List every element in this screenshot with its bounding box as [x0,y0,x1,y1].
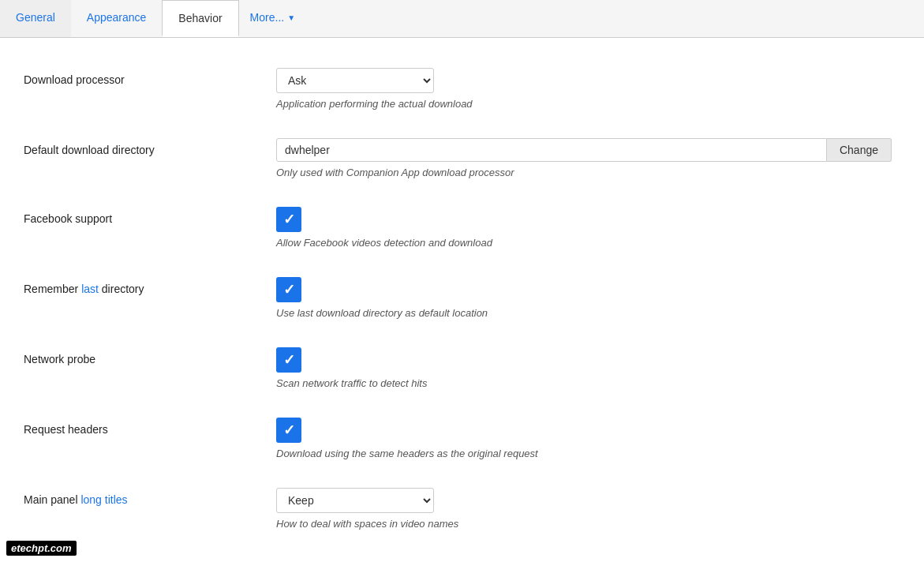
tab-more[interactable]: More... ▼ [239,0,306,37]
input-download-directory[interactable] [276,138,827,162]
select-main-panel-long-titles[interactable]: Keep Truncate Wrap [276,488,434,513]
tab-appearance[interactable]: Appearance [71,0,163,37]
label-network-probe: Network probe [24,347,276,368]
control-facebook-support: ✓ Allow Facebook videos detection and do… [276,207,900,249]
setting-main-panel-long-titles: Main panel long titles Keep Truncate Wra… [24,474,900,544]
control-request-headers: ✓ Download using the same headers as the… [276,418,900,459]
checkbox-facebook-support[interactable]: ✓ [276,207,301,232]
tab-behavior[interactable]: Behavior [162,0,238,37]
checkbox-request-headers[interactable]: ✓ [276,418,301,443]
checkbox-container-network: ✓ [276,347,900,373]
dropdown-arrow-icon: ▼ [287,13,295,22]
setting-facebook-support: Facebook support ✓ Allow Facebook videos… [24,193,900,263]
checkmark-icon: ✓ [283,353,295,367]
hint-network-probe: Scan network traffic to detect hits [276,377,900,389]
checkbox-container-remember: ✓ [276,277,900,302]
hint-request-headers: Download using the same headers as the o… [276,448,900,459]
setting-remember-last-directory: Remember last directory ✓ Use last downl… [24,263,900,333]
hint-facebook-support: Allow Facebook videos detection and down… [276,237,900,249]
setting-network-probe: Network probe ✓ Scan network traffic to … [24,333,900,403]
hint-download-processor: Application performing the actual downlo… [276,98,900,110]
select-download-processor[interactable]: Ask Browser Companion App [276,68,434,93]
checkbox-network-probe[interactable]: ✓ [276,347,301,373]
checkbox-remember-last-directory[interactable]: ✓ [276,277,301,302]
label-main-panel-long-titles: Main panel long titles [24,488,276,508]
hint-default-download-directory: Only used with Companion App download pr… [276,167,900,178]
watermark: etechpt.com [6,541,77,556]
checkbox-container-facebook: ✓ [276,207,900,232]
control-download-processor: Ask Browser Companion App Application pe… [276,68,900,110]
checkmark-icon: ✓ [283,212,295,227]
setting-request-headers: Request headers ✓ Download using the sam… [24,403,900,474]
control-remember-last-directory: ✓ Use last download directory as default… [276,277,900,319]
setting-default-download-directory: Default download directory Change Only u… [24,124,900,193]
setting-download-processor: Download processor Ask Browser Companion… [24,54,900,124]
control-main-panel-long-titles: Keep Truncate Wrap How to deal with spac… [276,488,900,530]
control-default-download-directory: Change Only used with Companion App down… [276,138,900,178]
checkmark-icon: ✓ [283,283,295,297]
input-group-directory: Change [276,138,892,162]
control-network-probe: ✓ Scan network traffic to detect hits [276,347,900,389]
hint-main-panel-long-titles: How to deal with spaces in video names [276,518,900,530]
label-default-download-directory: Default download directory [24,138,276,159]
tab-general[interactable]: General [0,0,71,37]
checkmark-icon: ✓ [283,423,295,437]
label-download-processor: Download processor [24,68,276,88]
label-request-headers: Request headers [24,418,276,438]
label-remember-last-directory: Remember last directory [24,277,276,298]
change-directory-button[interactable]: Change [827,138,892,162]
checkbox-container-headers: ✓ [276,418,900,443]
hint-remember-last-directory: Use last download directory as default l… [276,307,900,319]
label-facebook-support: Facebook support [24,207,276,227]
settings-content: Download processor Ask Browser Companion… [0,38,924,560]
tab-bar: General Appearance Behavior More... ▼ [0,0,924,38]
